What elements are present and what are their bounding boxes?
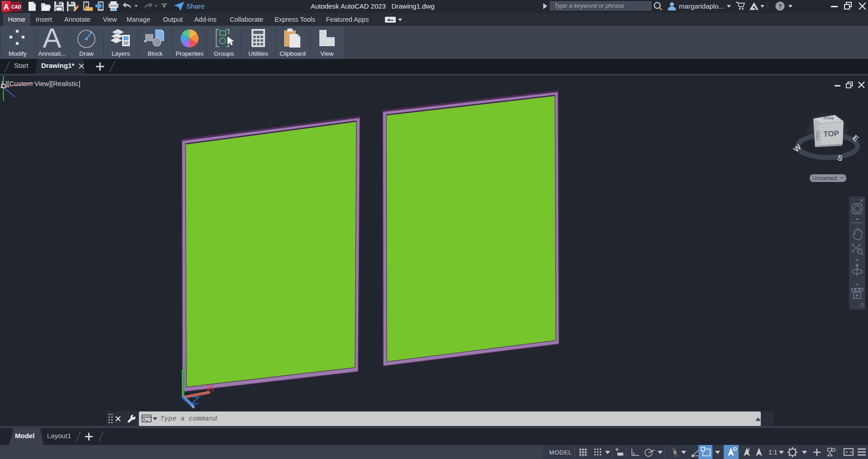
svg-text:?: ?	[778, 3, 782, 10]
svg-text:1:1: 1:1	[768, 449, 778, 456]
svg-text:CAD: CAD	[11, 5, 21, 10]
svg-text:MODEL: MODEL	[549, 449, 572, 456]
svg-text:A: A	[43, 26, 62, 51]
svg-text:TOP: TOP	[823, 129, 840, 139]
svg-text:BACK: BACK	[822, 115, 834, 121]
svg-text:LEFT: LEFT	[815, 131, 820, 140]
svg-text:A: A	[4, 3, 9, 11]
